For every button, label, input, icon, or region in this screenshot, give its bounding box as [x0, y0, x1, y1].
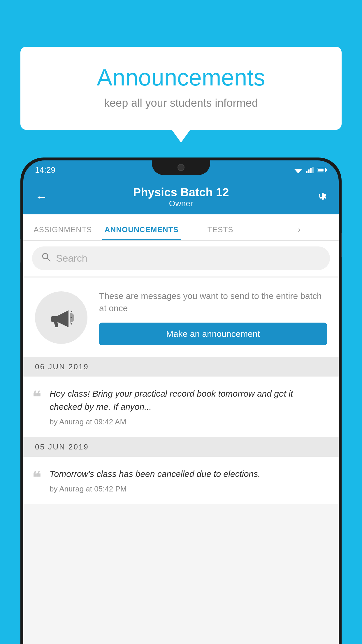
quote-icon-1: ❝	[32, 389, 41, 406]
battery-icon	[317, 167, 327, 173]
announcement-author-1: by Anurag at 09:42 AM	[50, 417, 327, 426]
date-text-2: 05 JUN 2019	[35, 442, 89, 452]
signal-icon	[306, 167, 314, 173]
volume-button-right	[341, 233, 342, 257]
promo-description: These are messages you want to send to t…	[99, 290, 327, 314]
make-announcement-button[interactable]: Make an announcement	[99, 323, 327, 345]
tab-announcements[interactable]: ANNOUNCEMENTS	[102, 225, 181, 240]
svg-marker-2	[297, 172, 300, 173]
svg-rect-9	[318, 169, 324, 172]
phone-inner: 14:29	[23, 160, 339, 644]
svg-rect-4	[308, 169, 310, 173]
megaphone-icon	[48, 304, 74, 331]
search-icon	[41, 252, 51, 265]
camera-icon	[178, 164, 184, 171]
volume-button-left	[20, 239, 21, 262]
announcement-body-1: Hey class! Bring your practical record b…	[50, 387, 327, 426]
settings-icon[interactable]	[314, 189, 327, 205]
phone-content: Search These are messages you want to se…	[23, 241, 339, 644]
announcement-text-1: Hey class! Bring your practical record b…	[50, 387, 327, 413]
tabs-bar: ASSIGNMENTS ANNOUNCEMENTS TESTS ›	[23, 214, 339, 241]
speech-bubble-container: Announcements keep all your students inf…	[20, 47, 342, 130]
speech-bubble: Announcements keep all your students inf…	[20, 47, 342, 130]
svg-line-14	[71, 323, 72, 324]
phone-frame: 14:29	[20, 158, 342, 644]
svg-line-11	[47, 258, 50, 261]
announcement-text-2: Tomorrow's class has been cancelled due …	[50, 467, 327, 480]
notch	[152, 160, 210, 175]
promo-right: These are messages you want to send to t…	[99, 290, 327, 345]
date-separator-1: 06 JUN 2019	[23, 357, 339, 377]
status-icons	[294, 167, 327, 173]
svg-rect-5	[310, 168, 312, 173]
svg-rect-8	[326, 169, 327, 171]
back-button[interactable]: ←	[35, 190, 48, 204]
app-bar: ← Physics Batch 12 Owner	[23, 179, 339, 214]
announcement-body-2: Tomorrow's class has been cancelled due …	[50, 467, 327, 494]
promo-icon-circle	[35, 291, 87, 344]
status-time: 14:29	[35, 165, 55, 175]
announcement-author-2: by Anurag at 05:42 PM	[50, 484, 327, 494]
tab-assignments[interactable]: ASSIGNMENTS	[23, 225, 102, 240]
search-bar-container: Search	[23, 241, 339, 276]
announcement-item-2[interactable]: ❝ Tomorrow's class has been cancelled du…	[23, 457, 339, 504]
date-separator-2: 05 JUN 2019	[23, 437, 339, 457]
tab-more[interactable]: ›	[260, 225, 339, 240]
batch-title: Physics Batch 12	[133, 186, 229, 199]
announcement-promo: These are messages you want to send to t…	[23, 278, 339, 357]
quote-icon-2: ❝	[32, 469, 41, 487]
speech-bubble-title: Announcements	[44, 64, 318, 91]
speech-bubble-subtitle: keep all your students informed	[44, 97, 318, 109]
search-bar[interactable]: Search	[32, 246, 330, 270]
date-text-1: 06 JUN 2019	[35, 362, 89, 371]
batch-role: Owner	[133, 199, 229, 208]
tab-tests[interactable]: TESTS	[181, 225, 260, 240]
svg-rect-6	[312, 167, 314, 173]
search-placeholder: Search	[56, 253, 87, 264]
announcement-item-1[interactable]: ❝ Hey class! Bring your practical record…	[23, 377, 339, 437]
wifi-icon	[294, 167, 303, 173]
app-bar-center: Physics Batch 12 Owner	[133, 186, 229, 208]
svg-line-12	[71, 311, 72, 312]
svg-rect-3	[306, 171, 307, 173]
